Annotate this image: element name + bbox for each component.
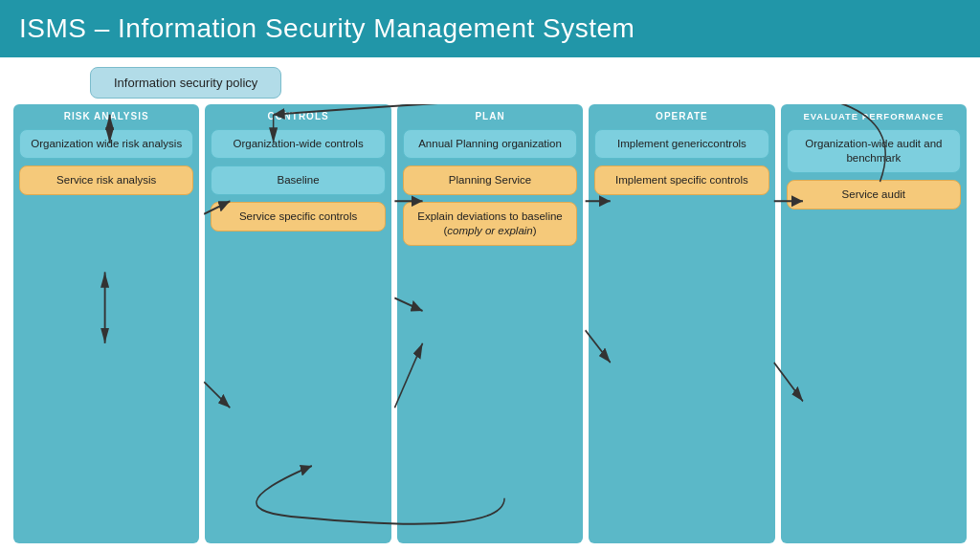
node-explain-dev: Explain deviations to baseline (comply o… — [403, 202, 577, 246]
node-planning-svc: Planning Service — [403, 165, 577, 195]
col-header-operate: OPERATE — [594, 111, 768, 121]
column-controls: CONTROLS Organization-wide controls Base… — [205, 104, 390, 543]
columns-area: RISK ANALYSIS Organization wide risk ana… — [13, 104, 967, 543]
column-operate: OPERATE Implement genericcontrols Implem… — [589, 104, 774, 543]
main-content: Information security policy RISK ANALYSI… — [0, 57, 980, 551]
policy-row: Information security policy — [90, 67, 967, 99]
node-impl-generic: Implement genericcontrols — [594, 129, 768, 159]
column-evaluate: EVALUATE PERFORMANCE Organization-wide a… — [781, 104, 967, 543]
node-org-audit: Organization-wide audit and benchmark — [787, 129, 961, 173]
col-header-controls: CONTROLS — [211, 111, 385, 121]
node-annual-planning: Annual Planning organization — [403, 129, 577, 159]
page-wrapper: ISMS – Information Security Management S… — [0, 0, 980, 551]
col-header-plan: PLAN — [403, 111, 577, 121]
node-org-risk: Organization wide risk analysis — [19, 129, 193, 159]
node-org-controls: Organization-wide controls — [211, 129, 385, 159]
col-header-evaluate: EVALUATE PERFORMANCE — [787, 111, 961, 121]
column-plan: PLAN Annual Planning organization Planni… — [397, 104, 583, 543]
policy-box: Information security policy — [90, 67, 281, 99]
node-svc-audit: Service audit — [787, 180, 961, 209]
node-baseline: Baseline — [211, 165, 385, 195]
node-svc-controls: Service specific controls — [211, 202, 385, 231]
node-impl-specific: Implement specific controls — [594, 165, 768, 195]
col-header-risk: RISK ANALYSIS — [19, 111, 193, 121]
page-title: ISMS – Information Security Management S… — [0, 0, 980, 57]
node-svc-risk: Service risk analysis — [19, 165, 193, 195]
column-risk: RISK ANALYSIS Organization wide risk ana… — [13, 104, 199, 543]
